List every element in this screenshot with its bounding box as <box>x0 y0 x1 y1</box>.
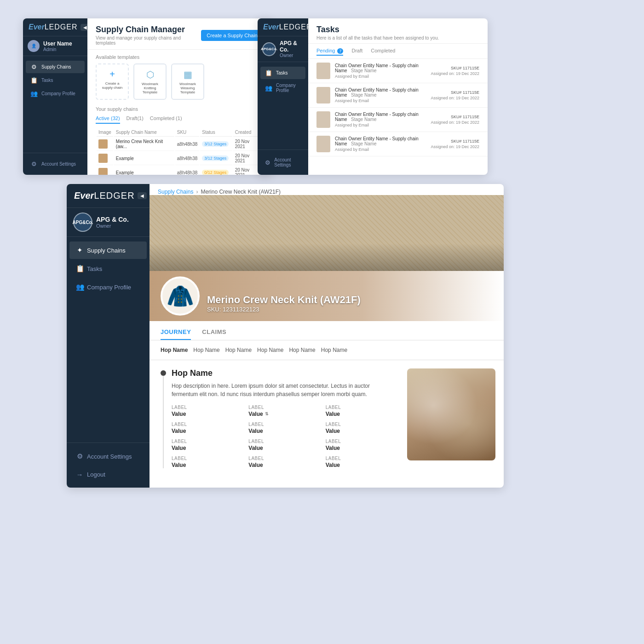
hop-label-item: LABEL Value <box>326 439 396 451</box>
journey-image <box>407 368 495 460</box>
panel-tasks: Ever LEDGER ◀ APG&Co. APG & Co. Owner 📋 … <box>258 18 488 175</box>
avatar-main: APG&Co. <box>73 213 92 232</box>
sidebar-item-company-tasks[interactable]: 👥 Company Profile <box>260 80 305 96</box>
task-thumbnail <box>316 111 330 128</box>
sidebar-item-company-scm[interactable]: 👥 Company Profile <box>26 87 85 100</box>
sidebar-label-account-scm: Account Settings <box>41 161 76 167</box>
task-sku: SKU# 117115E <box>431 115 479 119</box>
account-settings-tasks[interactable]: ⚙ Account Settings <box>260 155 305 170</box>
everledger-logo-scm: Ever LEDGER <box>29 23 78 31</box>
tab-completed[interactable]: Completed (1) <box>150 115 182 124</box>
hop-label-item: LABEL Value <box>172 422 242 434</box>
avatar-tasks: APG&Co. <box>262 42 276 56</box>
tasks-nav-icon: 📋 <box>265 69 272 76</box>
product-name: Merino Crew Neck Knit (AW21F) <box>207 294 361 306</box>
journey-content: Hop Name Hop description in here. Lorem … <box>150 360 504 488</box>
task-assigned-by: Assigned by Email <box>335 123 426 127</box>
templates-label: Available templates <box>96 54 263 60</box>
tab-draft-tasks[interactable]: Draft <box>351 46 362 56</box>
sidebar-item-supply-chains-main[interactable]: ✦ Supply Chains <box>69 242 147 259</box>
wool-texture <box>407 368 495 460</box>
hop-label-item: LABEL Value <box>248 456 319 468</box>
product-image: 🧥 <box>161 276 200 316</box>
hop-dot <box>161 370 166 376</box>
nav-tasks: 📋 Tasks 👥 Company Profile <box>258 62 308 150</box>
hop-name-item[interactable]: Hop Name <box>257 345 289 355</box>
sidebar-footer-tasks: ⚙ Account Settings <box>258 150 308 175</box>
collapse-main-btn[interactable]: ◀ <box>138 192 147 199</box>
task-assigned-by: Assigned by Email <box>335 147 426 152</box>
logout-label-main: Logout <box>87 471 105 478</box>
product-sku: SKU: 12311322123 <box>207 306 361 313</box>
tasks-label-main: Tasks <box>87 265 102 272</box>
account-settings-label-tasks: Account Settings <box>274 157 301 167</box>
tab-journey[interactable]: JOURNEY <box>161 326 191 340</box>
table-row[interactable]: Example a8h48h38 3/12 Stages 20 Nov 2021 <box>97 152 262 165</box>
company-main: APG & Co. <box>96 216 129 223</box>
gear-icon-scm: ⚙ <box>30 63 38 70</box>
tab-completed-tasks[interactable]: Completed <box>371 46 395 56</box>
create-supply-chain-btn[interactable]: Create a Supply Chain <box>201 30 263 41</box>
table-row[interactable]: Example a8h48h38 0/12 Stages 20 Nov 2021 <box>97 166 262 175</box>
tab-draft[interactable]: Draft(1) <box>126 115 144 124</box>
task-item[interactable]: Chain Owner Entity Name - Supply chain N… <box>308 83 488 108</box>
tasks-icon-scm: 📋 <box>30 77 38 84</box>
hop-label-item: LABEL Value ⇅ <box>248 405 319 417</box>
tab-active[interactable]: Active (32) <box>96 115 120 124</box>
template-create[interactable]: + Create a supply chain <box>96 63 129 100</box>
tasks-tabs: Pending 7 Draft Completed <box>308 44 488 59</box>
hop-name-item[interactable]: Hop Name <box>161 345 193 355</box>
panel-supply-chain-manager: Ever LEDGER ◀ 👤 User Name Admin ⚙ Supply… <box>23 18 271 175</box>
hop-name-item[interactable]: Hop Name <box>321 345 353 355</box>
journey-left: Hop Name Hop description in here. Lorem … <box>150 360 407 488</box>
sidebar-main: Ever LEDGER ◀ APG&Co. APG & Co. Owner ✦ … <box>67 184 150 488</box>
role-main: Owner <box>96 223 129 229</box>
hop-label-item: LABEL Value <box>326 456 396 468</box>
scm-header: Supply Chain Manager View and manage you… <box>87 18 271 50</box>
table-row[interactable]: Merino Crew Neck Knit (aw... a8h48h38 3/… <box>97 138 262 151</box>
logout-icon-main: → <box>76 471 83 478</box>
sidebar-user-scm: 👤 User Name Admin <box>23 36 87 56</box>
hop-name-item[interactable]: Hop Name <box>289 345 321 355</box>
tasks-title: Tasks <box>316 25 479 34</box>
template-knitting-label: Woolmark Knitting Template <box>139 82 161 94</box>
sidebar-tasks: Ever LEDGER ◀ APG&Co. APG & Co. Owner 📋 … <box>258 18 308 175</box>
account-settings-main[interactable]: ⚙ Account Settings <box>69 448 147 465</box>
sidebar-item-supply-chains-scm[interactable]: ⚙ Supply Chains <box>26 61 85 73</box>
sort-icon[interactable]: ⇅ <box>265 412 269 416</box>
task-item[interactable]: Chain Owner Entity Name - Supply chain N… <box>308 132 488 156</box>
breadcrumb-separator: › <box>196 189 198 195</box>
tab-claims[interactable]: CLAIMS <box>202 326 226 340</box>
tasks-content: Tasks Here is a list of all the tasks th… <box>308 18 488 175</box>
task-sku: SKU# 117115E <box>431 139 479 144</box>
supply-chains-label-main: Supply Chains <box>87 247 126 254</box>
supply-chains-icon-main: ✦ <box>76 246 83 254</box>
template-woolmark-weaving[interactable]: ▦ Woolmark Weaving Template <box>171 63 204 100</box>
hop-label-item: LABEL Value <box>248 439 319 451</box>
task-item[interactable]: Chain Owner Entity Name - Supply chain N… <box>308 59 488 83</box>
task-date: Assigned on: 19 Dec 2022 <box>431 120 479 125</box>
hop-name-item[interactable]: Hop Name <box>225 345 257 355</box>
sidebar-item-tasks[interactable]: 📋 Tasks <box>260 67 305 79</box>
logout-main[interactable]: → Logout <box>69 466 147 483</box>
nav-scm: ⚙ Supply Chains 📋 Tasks 👥 Company Profil… <box>23 56 87 153</box>
company-label-main: Company Profile <box>87 284 131 291</box>
sidebar-item-tasks-main[interactable]: 📋 Tasks <box>69 260 147 277</box>
scm-title: Supply Chain Manager <box>96 25 201 34</box>
sidebar-label-company-scm: Company Profile <box>41 91 75 96</box>
sidebar-scm: Ever LEDGER ◀ 👤 User Name Admin ⚙ Supply… <box>23 18 87 175</box>
sidebar-item-tasks-scm[interactable]: 📋 Tasks <box>26 74 85 86</box>
breadcrumb-supply-chains[interactable]: Supply Chains <box>158 189 193 195</box>
journey-tabs: JOURNEY CLAIMS <box>150 321 504 340</box>
sidebar-footer-main: ⚙ Account Settings → Logout <box>67 443 150 488</box>
tab-pending[interactable]: Pending 7 <box>316 46 343 56</box>
task-thumbnail <box>316 136 330 152</box>
task-item[interactable]: Chain Owner Entity Name - Supply chain N… <box>308 108 488 132</box>
task-date: Assigned on: 19 Dec 2022 <box>431 96 479 100</box>
sidebar-logo-main: Ever LEDGER ◀ <box>67 184 150 208</box>
hop-name-item[interactable]: Hop Name <box>193 345 225 355</box>
hop-label-item: LABEL Value <box>326 405 396 417</box>
sidebar-item-account-scm[interactable]: ⚙ Account Settings <box>26 158 85 170</box>
sidebar-item-company-main[interactable]: 👥 Company Profile <box>69 278 147 296</box>
template-woolmark-knitting[interactable]: ⬡ Woolmark Knitting Template <box>133 63 167 100</box>
